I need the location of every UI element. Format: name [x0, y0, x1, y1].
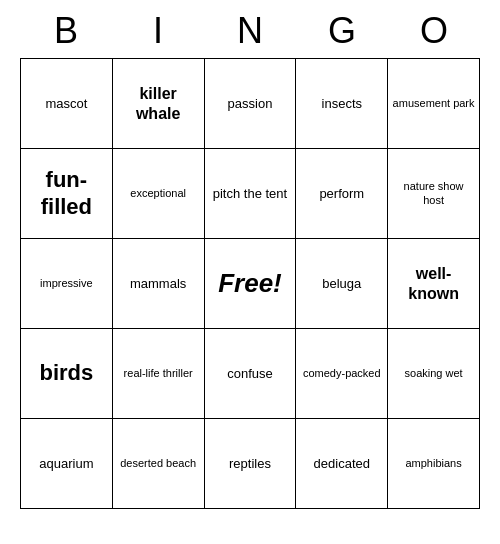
bingo-cell[interactable]: mascot: [21, 59, 113, 149]
bingo-cell[interactable]: deserted beach: [112, 419, 204, 509]
bingo-header: BINGO: [20, 0, 480, 58]
header-letter: O: [392, 10, 476, 52]
header-letter: G: [300, 10, 384, 52]
header-letter: N: [208, 10, 292, 52]
bingo-cell[interactable]: killer whale: [112, 59, 204, 149]
bingo-cell[interactable]: comedy-packed: [296, 329, 388, 419]
bingo-cell[interactable]: passion: [204, 59, 296, 149]
bingo-cell[interactable]: well-known: [388, 239, 480, 329]
bingo-cell[interactable]: reptiles: [204, 419, 296, 509]
bingo-table: mascotkiller whalepassioninsectsamusemen…: [20, 58, 480, 509]
bingo-cell[interactable]: dedicated: [296, 419, 388, 509]
bingo-cell[interactable]: birds: [21, 329, 113, 419]
bingo-cell[interactable]: amusement park: [388, 59, 480, 149]
bingo-cell[interactable]: confuse: [204, 329, 296, 419]
bingo-cell[interactable]: exceptional: [112, 149, 204, 239]
bingo-cell[interactable]: pitch the tent: [204, 149, 296, 239]
header-letter: I: [116, 10, 200, 52]
bingo-cell[interactable]: beluga: [296, 239, 388, 329]
bingo-cell[interactable]: Free!: [204, 239, 296, 329]
bingo-cell[interactable]: amphibians: [388, 419, 480, 509]
bingo-cell[interactable]: soaking wet: [388, 329, 480, 419]
bingo-cell[interactable]: real-life thriller: [112, 329, 204, 419]
bingo-cell[interactable]: nature show host: [388, 149, 480, 239]
bingo-cell[interactable]: mammals: [112, 239, 204, 329]
bingo-cell[interactable]: impressive: [21, 239, 113, 329]
header-letter: B: [24, 10, 108, 52]
bingo-cell[interactable]: insects: [296, 59, 388, 149]
bingo-cell[interactable]: perform: [296, 149, 388, 239]
bingo-cell[interactable]: aquarium: [21, 419, 113, 509]
bingo-cell[interactable]: fun-filled: [21, 149, 113, 239]
